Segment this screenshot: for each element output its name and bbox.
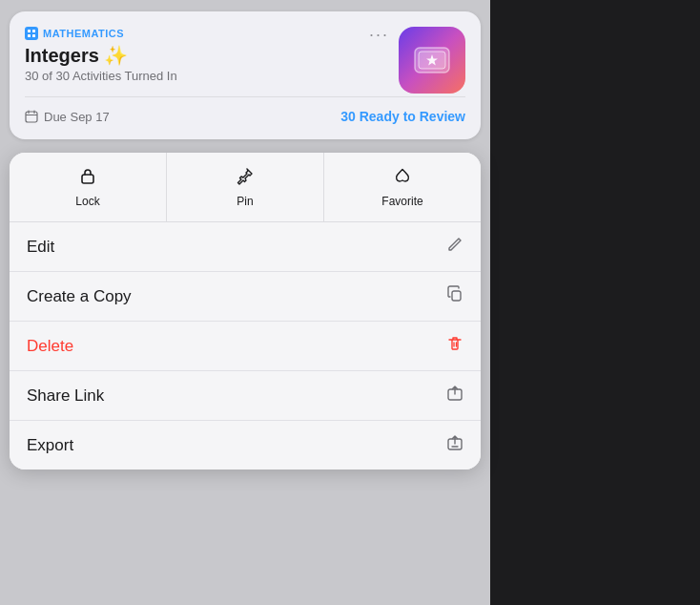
- pin-icon: [236, 166, 255, 190]
- export-label: Export: [27, 436, 73, 455]
- edit-label: Edit: [27, 238, 54, 257]
- export-icon: [446, 434, 463, 456]
- pin-label: Pin: [237, 195, 253, 208]
- delete-label: Delete: [27, 337, 73, 356]
- trash-icon: [446, 335, 463, 357]
- favorite-label: Favorite: [381, 195, 422, 208]
- share-link-menu-item[interactable]: Share Link: [10, 371, 481, 421]
- due-date: Due Sep 17: [25, 110, 110, 124]
- lock-icon: [78, 166, 97, 190]
- share-icon: [446, 385, 463, 407]
- pencil-icon: [446, 236, 463, 258]
- favorite-button[interactable]: Favorite: [324, 153, 481, 221]
- context-menu: Lock Pin Favorite Edi: [10, 153, 481, 469]
- share-link-label: Share Link: [27, 386, 104, 406]
- svg-rect-7: [26, 112, 37, 122]
- due-date-label: Due Sep 17: [44, 110, 110, 124]
- content-area: MATHEMATICS Integers ✨ 30 of 30 Activiti…: [0, 0, 490, 605]
- lock-label: Lock: [75, 195, 99, 208]
- calendar-icon: [25, 110, 38, 123]
- ready-to-review: 30 Ready to Review: [340, 109, 465, 124]
- delete-menu-item[interactable]: Delete: [10, 322, 481, 371]
- card-footer: Due Sep 17 30 Ready to Review: [25, 96, 465, 124]
- create-copy-label: Create a Copy: [27, 287, 132, 306]
- export-menu-item[interactable]: Export: [10, 421, 481, 469]
- svg-rect-1: [32, 30, 35, 32]
- subject-icon: [25, 27, 38, 40]
- svg-rect-11: [82, 175, 93, 183]
- app-icon: [399, 27, 465, 94]
- action-buttons-row: Lock Pin Favorite: [10, 153, 481, 222]
- more-button[interactable]: ···: [369, 25, 389, 45]
- dark-background: [490, 0, 700, 605]
- lock-button[interactable]: Lock: [10, 153, 167, 221]
- svg-rect-12: [452, 291, 461, 301]
- svg-rect-2: [28, 34, 31, 37]
- pin-button[interactable]: Pin: [167, 153, 324, 221]
- copy-icon: [446, 285, 463, 307]
- svg-rect-3: [32, 34, 35, 37]
- edit-menu-item[interactable]: Edit: [10, 222, 481, 272]
- favorite-icon: [393, 166, 412, 190]
- svg-rect-0: [28, 30, 31, 32]
- assignment-card: MATHEMATICS Integers ✨ 30 of 30 Activiti…: [10, 11, 481, 139]
- create-copy-menu-item[interactable]: Create a Copy: [10, 272, 481, 322]
